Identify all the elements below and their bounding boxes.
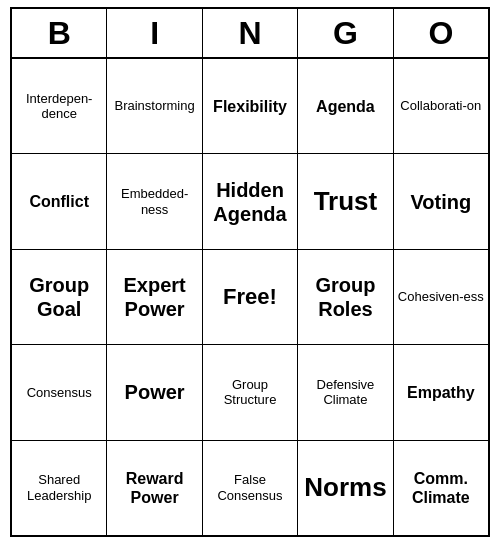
bingo-cell: False Consensus xyxy=(203,441,298,535)
header-letter: N xyxy=(203,9,298,57)
bingo-cell: Norms xyxy=(298,441,393,535)
cell-text: Brainstorming xyxy=(115,98,195,114)
cell-text: Shared Leadership xyxy=(16,472,102,503)
bingo-header: BINGO xyxy=(12,9,488,59)
cell-text: Embedded-ness xyxy=(111,186,197,217)
bingo-cell: Embedded-ness xyxy=(107,154,202,248)
bingo-row: ConflictEmbedded-nessHidden AgendaTrustV… xyxy=(12,154,488,249)
cell-text: Group Structure xyxy=(207,377,293,408)
bingo-cell: Conflict xyxy=(12,154,107,248)
bingo-cell: Flexibility xyxy=(203,59,298,153)
bingo-cell: Group Structure xyxy=(203,345,298,439)
bingo-cell: Cohesiven-ess xyxy=(394,250,488,344)
cell-text: False Consensus xyxy=(207,472,293,503)
cell-text: Interdepen-dence xyxy=(16,91,102,122)
cell-text: Comm. Climate xyxy=(398,469,484,507)
bingo-row: Shared LeadershipReward PowerFalse Conse… xyxy=(12,441,488,535)
cell-text: Group Roles xyxy=(302,273,388,321)
bingo-row: ConsensusPowerGroup StructureDefensive C… xyxy=(12,345,488,440)
cell-text: Consensus xyxy=(27,385,92,401)
header-letter: I xyxy=(107,9,202,57)
cell-text: Empathy xyxy=(407,383,475,402)
bingo-card: BINGO Interdepen-denceBrainstormingFlexi… xyxy=(10,7,490,537)
cell-text: Hidden Agenda xyxy=(207,178,293,226)
cell-text: Voting xyxy=(410,190,471,214)
bingo-cell: Agenda xyxy=(298,59,393,153)
bingo-cell: Trust xyxy=(298,154,393,248)
header-letter: G xyxy=(298,9,393,57)
cell-text: Power xyxy=(125,380,185,404)
bingo-cell: Interdepen-dence xyxy=(12,59,107,153)
cell-text: Norms xyxy=(304,472,386,503)
cell-text: Flexibility xyxy=(213,97,287,116)
bingo-cell: Free! xyxy=(203,250,298,344)
bingo-cell: Shared Leadership xyxy=(12,441,107,535)
header-letter: O xyxy=(394,9,488,57)
bingo-cell: Group Goal xyxy=(12,250,107,344)
bingo-row: Interdepen-denceBrainstormingFlexibility… xyxy=(12,59,488,154)
cell-text: Agenda xyxy=(316,97,375,116)
bingo-cell: Collaborati-on xyxy=(394,59,488,153)
cell-text: Cohesiven-ess xyxy=(398,289,484,305)
cell-text: Group Goal xyxy=(16,273,102,321)
cell-text: Defensive Climate xyxy=(302,377,388,408)
bingo-cell: Brainstorming xyxy=(107,59,202,153)
bingo-cell: Hidden Agenda xyxy=(203,154,298,248)
bingo-cell: Consensus xyxy=(12,345,107,439)
bingo-grid: Interdepen-denceBrainstormingFlexibility… xyxy=(12,59,488,535)
bingo-cell: Voting xyxy=(394,154,488,248)
bingo-cell: Expert Power xyxy=(107,250,202,344)
cell-text: Trust xyxy=(314,186,378,217)
header-letter: B xyxy=(12,9,107,57)
bingo-cell: Comm. Climate xyxy=(394,441,488,535)
bingo-cell: Reward Power xyxy=(107,441,202,535)
cell-text: Expert Power xyxy=(111,273,197,321)
cell-text: Conflict xyxy=(29,192,89,211)
cell-text: Free! xyxy=(223,284,277,310)
bingo-cell: Defensive Climate xyxy=(298,345,393,439)
bingo-cell: Group Roles xyxy=(298,250,393,344)
cell-text: Collaborati-on xyxy=(400,98,481,114)
bingo-cell: Power xyxy=(107,345,202,439)
cell-text: Reward Power xyxy=(111,469,197,507)
bingo-row: Group GoalExpert PowerFree!Group RolesCo… xyxy=(12,250,488,345)
bingo-cell: Empathy xyxy=(394,345,488,439)
